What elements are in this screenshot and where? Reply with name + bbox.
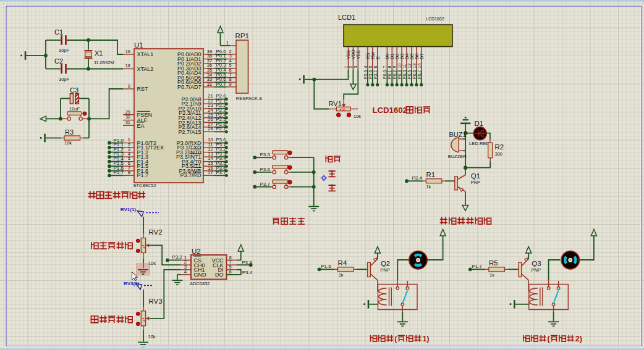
svg-text:31: 31 (125, 120, 130, 125)
svg-text:19: 19 (125, 49, 130, 54)
svg-text:LCD1602: LCD1602 (373, 106, 407, 115)
svg-text:P0.5: P0.5 (407, 70, 412, 79)
svg-text:P3.7/RD: P3.7/RD (180, 172, 201, 178)
svg-text:12: 12 (407, 64, 412, 69)
svg-text:7: 7 (383, 66, 387, 69)
svg-text:EA: EA (137, 123, 145, 129)
svg-text:P0.2: P0.2 (392, 70, 397, 79)
svg-text:U2: U2 (192, 248, 201, 255)
svg-text:6: 6 (229, 269, 232, 275)
svg-text:P1.7: P1.7 (114, 170, 124, 175)
svg-text:P2.7: P2.7 (216, 126, 226, 131)
svg-text:1k: 1k (426, 184, 431, 190)
svg-text:P3.3: P3.3 (242, 260, 252, 265)
svg-text:P3.7: P3.7 (216, 170, 226, 175)
svg-text:P0.7: P0.7 (216, 81, 226, 87)
svg-text:4: 4 (363, 66, 368, 69)
svg-text:3: 3 (354, 66, 358, 69)
svg-text:P3.4: P3.4 (242, 270, 253, 275)
svg-text:P3.5: P3.5 (260, 152, 271, 157)
svg-text:PNP: PNP (471, 180, 480, 185)
svg-text:P3.2: P3.2 (172, 254, 182, 260)
svg-text:P3.7: P3.7 (260, 181, 271, 187)
svg-text:P0.0: P0.0 (383, 70, 387, 79)
svg-text:XTAL1: XTAL1 (137, 51, 154, 57)
svg-text:▲4: ▲4 (142, 244, 145, 249)
svg-text:RV1(1): RV1(1) (121, 207, 137, 212)
svg-text:VEE: VEE (355, 50, 361, 59)
svg-text:13: 13 (412, 64, 417, 69)
svg-text:LCD1602: LCD1602 (426, 17, 444, 21)
svg-text:P2.7/A15: P2.7/A15 (178, 129, 201, 135)
svg-text:P0.1: P0.1 (388, 70, 392, 79)
svg-text:10uF: 10uF (69, 106, 80, 112)
svg-text:P1.6: P1.6 (321, 264, 331, 269)
svg-text:8: 8 (388, 66, 392, 69)
svg-text:11.0592M: 11.0592M (94, 60, 114, 65)
svg-text:PNP: PNP (380, 267, 389, 273)
svg-text:30pF: 30pF (59, 77, 70, 82)
svg-text:2): 2) (575, 335, 582, 343)
svg-text:C2: C2 (54, 57, 63, 65)
svg-text:E: E (375, 56, 381, 59)
svg-text:C3: C3 (70, 86, 78, 94)
svg-text:10k: 10k (354, 114, 361, 119)
svg-text:LCD1: LCD1 (338, 14, 355, 21)
svg-text:9: 9 (229, 81, 231, 87)
svg-text:RV2: RV2 (148, 228, 162, 236)
svg-text:RV3(2): RV3(2) (124, 281, 140, 286)
svg-text:RV1: RV1 (329, 100, 342, 107)
svg-text:1k: 1k (489, 272, 494, 278)
svg-text:29: 29 (125, 109, 130, 115)
svg-text:17: 17 (208, 170, 213, 175)
svg-text:RP1: RP1 (235, 32, 249, 40)
svg-text:RST: RST (137, 86, 149, 92)
svg-text:D1: D1 (475, 120, 484, 127)
svg-text:GND: GND (194, 272, 207, 278)
svg-text:P0.7: P0.7 (417, 70, 422, 79)
svg-text:▲4: ▲4 (142, 317, 145, 322)
svg-text:R4: R4 (338, 259, 347, 267)
svg-text:ADC0832: ADC0832 (190, 281, 210, 286)
svg-text:1): 1) (422, 335, 429, 343)
svg-text:R3: R3 (65, 128, 74, 136)
svg-text:8: 8 (128, 170, 130, 175)
svg-text:P2.7: P2.7 (373, 70, 378, 79)
svg-text:2: 2 (349, 66, 353, 69)
svg-text:10k: 10k (148, 334, 156, 340)
svg-text:300: 300 (495, 151, 503, 157)
svg-text:1: 1 (226, 40, 229, 46)
svg-text:P0.3: P0.3 (397, 70, 402, 79)
svg-text:DO: DO (215, 272, 224, 278)
svg-text:R2: R2 (495, 143, 504, 151)
svg-text:1: 1 (344, 66, 348, 69)
svg-text:XTAL2: XTAL2 (137, 66, 154, 72)
svg-text:RV3: RV3 (148, 298, 162, 305)
svg-text:BUZZER: BUZZER (448, 154, 467, 159)
svg-text:P0.7/AD7: P0.7/AD7 (177, 84, 201, 90)
svg-text:9: 9 (392, 66, 397, 69)
svg-text:30pF: 30pF (59, 48, 70, 53)
svg-text:4: 4 (184, 269, 187, 275)
svg-text:X1: X1 (95, 49, 103, 57)
svg-text:P0.4: P0.4 (402, 70, 407, 79)
svg-text:▼50: ▼50 (339, 108, 345, 111)
svg-text:9: 9 (128, 83, 130, 89)
svg-text:10k: 10k (64, 140, 72, 146)
svg-text:11: 11 (402, 64, 407, 68)
svg-text:LED-RED: LED-RED (469, 141, 490, 146)
svg-text:R5: R5 (489, 259, 498, 267)
svg-text:D7: D7 (419, 53, 425, 59)
svg-text:C1: C1 (54, 28, 63, 36)
svg-text:BUZ1: BUZ1 (449, 131, 466, 138)
svg-text:6: 6 (373, 66, 378, 69)
svg-text:P2.5: P2.5 (363, 70, 368, 79)
svg-text:P0.6: P0.6 (412, 70, 417, 79)
svg-text:18: 18 (125, 63, 130, 69)
svg-text:28: 28 (208, 126, 213, 131)
svg-text:R1: R1 (426, 171, 435, 178)
svg-text:14: 14 (417, 64, 422, 69)
svg-text:RESPACK-8: RESPACK-8 (236, 96, 262, 101)
svg-text:1k: 1k (339, 272, 344, 278)
svg-text:Q1: Q1 (471, 172, 480, 180)
